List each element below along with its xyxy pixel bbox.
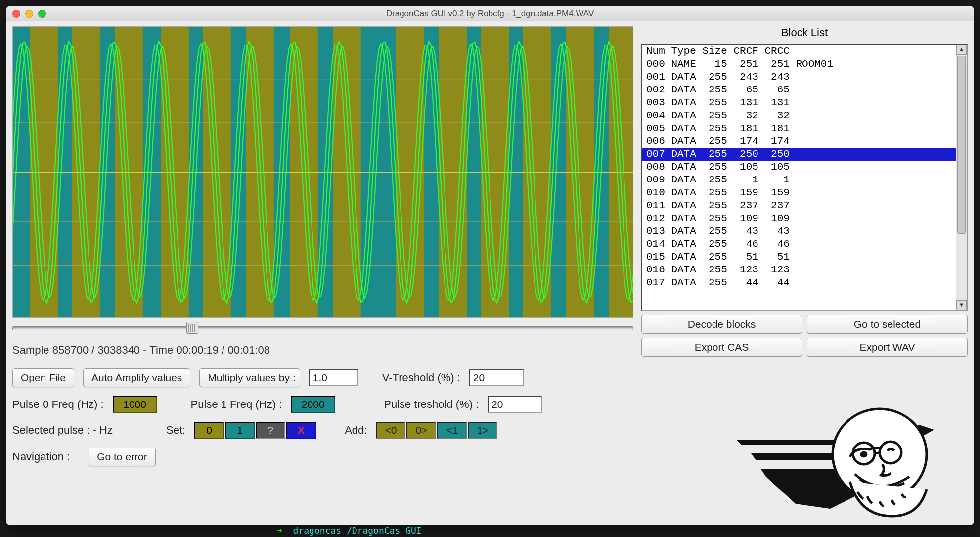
traffic-lights: [12, 10, 46, 18]
add-2-button[interactable]: <1: [437, 422, 467, 439]
close-icon[interactable]: [12, 10, 20, 18]
block-list-row[interactable]: 009 DATA 255 1 1: [642, 174, 956, 186]
titlebar: DragonCas GUI v0.2 by Robcfg - 1_dgn.dat…: [6, 6, 974, 21]
block-list-row[interactable]: 015 DATA 255 51 51: [642, 251, 956, 264]
multiply-values-button[interactable]: Multiply values by :: [199, 368, 300, 387]
add-1-button[interactable]: 0>: [406, 422, 436, 439]
add-label: Add:: [345, 424, 367, 437]
minimize-icon[interactable]: [25, 10, 33, 18]
set-button-group: 01?X: [194, 422, 316, 439]
add-button-group: <00><11>: [376, 422, 497, 439]
decode-blocks-button[interactable]: Decode blocks: [641, 315, 802, 334]
scroll-up-icon[interactable]: ▲: [956, 45, 967, 55]
block-list-row[interactable]: 005 DATA 255 181 181: [642, 122, 956, 135]
svg-point-39: [861, 452, 866, 456]
go-to-error-button[interactable]: Go to error: [89, 448, 156, 466]
set-?-button[interactable]: ?: [256, 422, 285, 439]
status-text: Sample 858700 / 3038340 - Time 00:00:19 …: [12, 344, 633, 357]
controls-area: Open File Auto Amplify values Multiply v…: [12, 368, 633, 466]
block-list-scrollbar[interactable]: ▲ ▼: [956, 45, 967, 310]
block-list-row[interactable]: 016 DATA 255 123 123: [642, 264, 956, 276]
block-list-row[interactable]: 000 NAME 15 251 251 ROOM01: [642, 58, 956, 71]
block-list-row[interactable]: 010 DATA 255 159 159: [642, 186, 956, 199]
slider-track: [12, 326, 633, 330]
auto-amplify-button[interactable]: Auto Amplify values: [83, 368, 190, 387]
content-area: Sample 858700 / 3038340 - Time 00:00:19 …: [6, 21, 974, 525]
pulse-threshold-label: Pulse treshold (%) :: [384, 398, 479, 411]
set-0-button[interactable]: 0: [194, 422, 224, 439]
go-to-selected-button[interactable]: Go to selected: [807, 315, 968, 334]
zoom-icon[interactable]: [38, 10, 46, 18]
block-list-row[interactable]: 012 DATA 255 109 109: [642, 212, 956, 225]
pulse-threshold-input[interactable]: [488, 396, 542, 413]
set-1-button[interactable]: 1: [225, 422, 255, 439]
pulse1-value-chip[interactable]: 2000: [291, 396, 335, 413]
pulse1-label: Pulse 1 Freq (Hz) :: [191, 398, 282, 411]
block-list-row[interactable]: 011 DATA 255 237 237: [642, 199, 956, 212]
vthreshold-label: V-Treshold (%) :: [382, 371, 460, 384]
block-list-row[interactable]: 001 DATA 255 243 243: [642, 71, 956, 84]
export-cas-button[interactable]: Export CAS: [641, 338, 802, 357]
multiply-value-input[interactable]: [309, 369, 358, 386]
position-slider[interactable]: [12, 322, 633, 334]
window-title: DragonCas GUI v0.2 by Robcfg - 1_dgn.dat…: [6, 9, 974, 19]
block-list-row[interactable]: 004 DATA 255 32 32: [642, 109, 956, 122]
block-list-row[interactable]: 007 DATA 255 250 250: [642, 148, 956, 161]
block-list-row[interactable]: 002 DATA 255 65 65: [642, 84, 956, 96]
scroll-down-icon[interactable]: ▼: [956, 300, 967, 310]
selected-pulse-label: Selected pulse : - Hz: [12, 424, 113, 437]
background-terminal-path: ➜ dragoncas /DragonCas GUI: [277, 525, 422, 536]
slider-thumb[interactable]: [186, 322, 198, 334]
pulse0-label: Pulse 0 Freq (Hz) :: [12, 398, 104, 411]
block-list-row[interactable]: 017 DATA 255 44 44: [642, 276, 956, 289]
pulse0-value-chip[interactable]: 1000: [113, 396, 157, 413]
block-list-row[interactable]: 013 DATA 255 43 43: [642, 225, 956, 238]
svg-line-38: [875, 453, 880, 453]
app-window: DragonCas GUI v0.2 by Robcfg - 1_dgn.dat…: [6, 6, 974, 525]
left-column: Sample 858700 / 3038340 - Time 00:00:19 …: [12, 26, 633, 519]
add-0-button[interactable]: <0: [376, 422, 405, 439]
waveform-view[interactable]: [12, 26, 633, 318]
block-list-header: Num Type Size CRCF CRCC: [642, 45, 956, 58]
block-list-row[interactable]: 008 DATA 255 105 105: [642, 161, 956, 174]
navigation-label: Navigation :: [12, 450, 70, 463]
set-x-button[interactable]: X: [286, 422, 316, 439]
block-list-title: Block List: [641, 26, 968, 39]
set-label: Set:: [166, 424, 185, 437]
logo-image: [731, 395, 959, 524]
block-list-row[interactable]: 014 DATA 255 46 46: [642, 238, 956, 251]
add-3-button[interactable]: 1>: [468, 422, 497, 439]
block-list[interactable]: Num Type Size CRCF CRCC 000 NAME 15 251 …: [641, 44, 968, 311]
block-list-row[interactable]: 003 DATA 255 131 131: [642, 96, 956, 109]
open-file-button[interactable]: Open File: [12, 368, 74, 387]
scroll-thumb[interactable]: [957, 56, 966, 234]
block-list-row[interactable]: 006 DATA 255 174 174: [642, 135, 956, 148]
vthreshold-input[interactable]: [469, 369, 524, 386]
export-wav-button[interactable]: Export WAV: [807, 338, 968, 357]
